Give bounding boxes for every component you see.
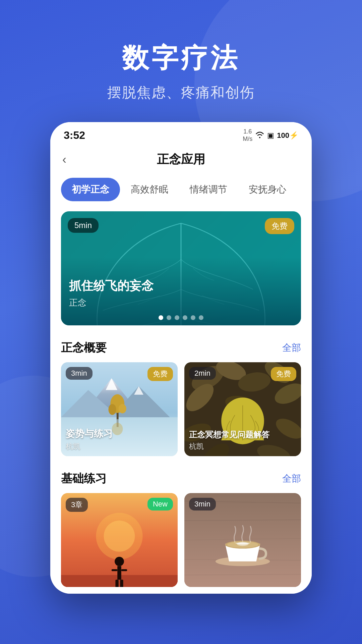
- dot-1: [159, 315, 163, 320]
- svg-rect-33: [112, 569, 117, 571]
- app-title: 正念应用: [157, 151, 205, 168]
- status-time: 3:52: [64, 129, 85, 142]
- mindfulness-card-row: 3min 免费 姿势与练习 杭凯: [61, 362, 301, 463]
- app-header: ‹ 正念应用: [50, 146, 312, 174]
- svg-rect-36: [120, 580, 123, 587]
- card1-duration-badge: 3min: [66, 367, 93, 380]
- card-sunset-figure[interactable]: 3章 New: [61, 493, 178, 587]
- data-icon: ▣: [267, 131, 274, 140]
- wifi-icon: [255, 131, 264, 140]
- category-tabs: 初学正念 高效舒眠 情绪调节 安抚身心: [50, 174, 312, 208]
- section-header-basic: 基础练习 全部: [61, 471, 301, 486]
- card2-title: 正念冥想常见问题解答: [189, 429, 269, 440]
- hero-section: 5min 免费 抓住纷飞的妄念 正念: [50, 208, 312, 332]
- mindfulness-overview-section: 正念概要 全部: [50, 332, 312, 463]
- phone-frame: 3:52 1.6 M/s ▣ 100⚡ ‹ 正念应: [50, 122, 312, 594]
- hero-title: 抓住纷飞的妄念: [69, 278, 154, 294]
- mindfulness-all-button[interactable]: 全部: [282, 341, 301, 354]
- card-mindfulness-faq[interactable]: 2min 免费 正念冥想常见问题解答 杭凯: [184, 362, 301, 456]
- hero-card[interactable]: 5min 免费 抓住纷飞的妄念 正念: [61, 211, 301, 325]
- basic-all-button[interactable]: 全部: [282, 472, 301, 485]
- page-subtitle: 摆脱焦虑、疼痛和创伤: [107, 83, 255, 102]
- hero-category: 正念: [69, 297, 154, 309]
- page-title: 数字疗法: [107, 40, 255, 76]
- card2-duration-badge: 2min: [189, 367, 216, 380]
- card1-author: 杭凯: [66, 441, 113, 451]
- svg-rect-34: [121, 569, 127, 571]
- hero-content: 抓住纷飞的妄念 正念: [69, 278, 154, 309]
- svg-point-11: [119, 404, 126, 414]
- svg-point-10: [109, 404, 116, 415]
- card2-author: 杭凯: [189, 441, 269, 451]
- card-coffee[interactable]: 3min: [184, 493, 301, 587]
- dot-2: [167, 315, 171, 320]
- hero-dots: [159, 315, 203, 320]
- battery-icon: 100⚡: [277, 131, 298, 140]
- svg-point-31: [115, 557, 124, 566]
- basic-exercises-section: 基础练习 全部: [50, 463, 312, 594]
- status-icons: 1.6 M/s ▣ 100⚡: [243, 128, 298, 143]
- card4-duration-badge: 3min: [189, 498, 216, 511]
- mindfulness-section-title: 正念概要: [61, 340, 107, 356]
- phone-wrapper: 3:52 1.6 M/s ▣ 100⚡ ‹ 正念应: [50, 122, 312, 644]
- svg-point-29: [104, 521, 135, 552]
- basic-card-row: 3章 New: [61, 493, 301, 594]
- status-speed: 1.6 M/s: [243, 128, 252, 143]
- card1-free-badge: 免费: [147, 367, 173, 381]
- dot-6: [199, 315, 203, 320]
- dot-3: [175, 315, 179, 320]
- card2-free-badge: 免费: [271, 367, 296, 381]
- tab-emotion-regulation[interactable]: 情绪调节: [179, 178, 238, 201]
- dot-4: [183, 315, 187, 320]
- page-header: 数字疗法 摆脱焦虑、疼痛和创伤: [107, 0, 255, 122]
- tab-soothe-body[interactable]: 安抚身心: [238, 178, 297, 201]
- card3-chapter-badge: 3章: [66, 498, 88, 512]
- hero-duration-badge: 5min: [68, 218, 99, 233]
- basic-section-title: 基础练习: [61, 471, 107, 486]
- dot-5: [191, 315, 195, 320]
- svg-point-46: [237, 542, 249, 546]
- card3-new-badge: New: [147, 498, 173, 511]
- section-header-mindfulness: 正念概要 全部: [61, 340, 301, 356]
- svg-rect-35: [115, 580, 118, 587]
- svg-point-13: [112, 423, 123, 435]
- status-bar: 3:52 1.6 M/s ▣ 100⚡: [50, 122, 312, 146]
- tab-efficient-sleep[interactable]: 高效舒眠: [120, 178, 179, 201]
- hero-free-badge: 免费: [265, 218, 294, 234]
- back-button[interactable]: ‹: [62, 153, 66, 167]
- card2-info: 正念冥想常见问题解答 杭凯: [189, 429, 269, 451]
- card1-title: 姿势与练习: [66, 427, 113, 440]
- svg-rect-32: [117, 566, 121, 580]
- card-posture-practice[interactable]: 3min 免费 姿势与练习 杭凯: [61, 362, 178, 456]
- card1-info: 姿势与练习 杭凯: [66, 427, 113, 451]
- tab-beginners-mindfulness[interactable]: 初学正念: [61, 178, 120, 201]
